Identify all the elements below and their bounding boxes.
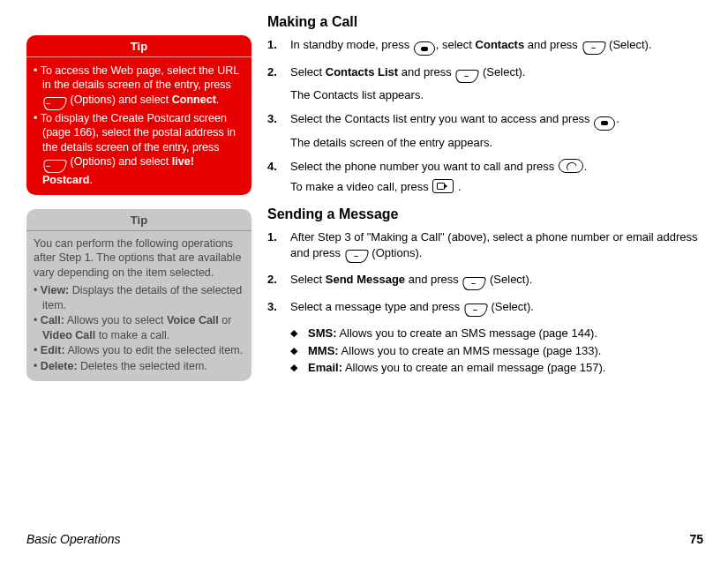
video-key-icon (432, 179, 454, 193)
tip-body: To access the Web page, select the URL i… (26, 57, 251, 196)
steps-making-a-call: In standby mode, press , select Contacts… (267, 37, 703, 195)
step-sub: The details screen of the entry appears. (290, 135, 703, 151)
tip-item: Call: Allows you to select Voice Call or… (34, 313, 244, 342)
step: Select Contacts List and press – (Select… (267, 64, 703, 102)
step: Select Send Message and press – (Select)… (267, 272, 703, 290)
tip-item: Edit: Allows you to edit the selected it… (34, 343, 244, 358)
softkey-icon: – (581, 41, 605, 55)
tip-box-gray: Tip You can perform the following operat… (26, 209, 251, 381)
tip-item: View: Displays the details of the select… (34, 283, 244, 312)
step-sub: The Contacts list appears. (290, 87, 703, 103)
softkey-icon: – (42, 160, 67, 173)
tip-header: Tip (26, 209, 251, 231)
softkey-icon: – (42, 97, 67, 110)
main-content: Making a Call In standby mode, press , s… (267, 12, 703, 395)
step: Select the Contacts list entry you want … (267, 111, 703, 150)
footer-section: Basic Operations (26, 531, 121, 548)
page-number: 75 (689, 531, 703, 548)
tip-intro: You can perform the following operations… (34, 236, 244, 281)
tip-body: You can perform the following operations… (26, 231, 251, 382)
list-item: Email: Allows you to create an email mes… (290, 360, 703, 376)
page-footer: Basic Operations 75 (26, 531, 703, 548)
sidebar: Tip To access the Web page, select the U… (26, 12, 251, 395)
call-key-icon (559, 159, 583, 173)
softkey-icon: – (344, 250, 369, 263)
center-key-icon (594, 116, 615, 131)
step: Select a message type and press – (Selec… (267, 299, 703, 318)
softkey-icon: – (462, 277, 486, 290)
step-sub: To make a video call, press . (290, 179, 703, 195)
step: Select the phone number you want to call… (267, 159, 703, 194)
tip-item: To access the Web page, select the URL i… (34, 64, 244, 110)
center-key-icon (414, 41, 435, 56)
list-item: SMS: Allows you to create an SMS message… (290, 326, 703, 341)
softkey-icon: – (454, 70, 479, 83)
steps-sending-a-message: After Step 3 of "Making a Call" (above),… (267, 229, 703, 317)
list-item: MMS: Allows you to create an MMS message… (290, 343, 703, 359)
step: After Step 3 of "Making a Call" (above),… (267, 229, 703, 263)
tip-header: Tip (26, 35, 251, 57)
tip-item: To display the Create Postcard screen (p… (34, 111, 244, 187)
step: In standby mode, press , select Contacts… (267, 37, 703, 56)
softkey-icon: – (463, 303, 488, 317)
page-body: Tip To access the Web page, select the U… (0, 0, 728, 395)
tip-item: Delete: Deletes the selected item. (34, 359, 244, 374)
message-type-list: SMS: Allows you to create an SMS message… (267, 326, 703, 376)
heading-sending-a-message: Sending a Message (267, 205, 703, 224)
tip-box-red: Tip To access the Web page, select the U… (26, 35, 251, 195)
heading-making-a-call: Making a Call (267, 12, 703, 32)
